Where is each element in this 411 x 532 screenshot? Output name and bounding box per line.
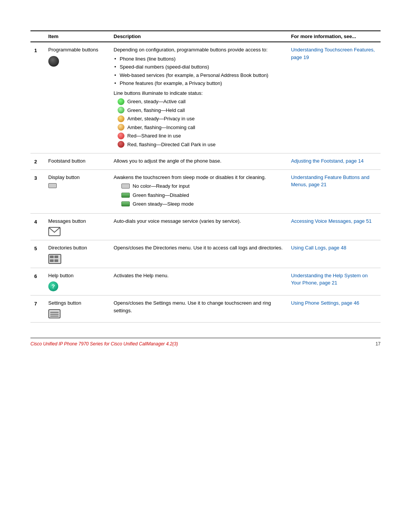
status-indicator-row: Amber, steady—Privacy in use [114, 115, 284, 123]
main-table: Item Description For more information, s… [30, 30, 381, 323]
table-row: 4Messages button Auto-dials your voice m… [30, 213, 381, 240]
col-header-empty [30, 31, 45, 42]
page-container: Item Description For more information, s… [30, 23, 381, 347]
status-dot-red [118, 133, 124, 139]
more-info-link[interactable]: Using Phone Settings, page 46 [291, 300, 359, 306]
svg-rect-3 [54, 256, 58, 258]
more-info-link[interactable]: Adjusting the Footstand, page 14 [291, 158, 364, 164]
display-status-label: Green flashing—Disabled [133, 192, 189, 199]
description-text: Awakens the touchscreen from sleep mode … [114, 174, 284, 181]
table-header-row: Item Description For more information, s… [30, 31, 381, 42]
table-row: 7Settings button Opens/closes the Settin… [30, 296, 381, 323]
col-header-more-info: For more information, see... [287, 31, 381, 42]
item-number: 5 [30, 240, 45, 268]
table-row: 1Programmable buttonsDepending on config… [30, 42, 381, 153]
status-dot-green-flashing [118, 107, 124, 113]
status-indicator-row: Amber, flashing—Incoming call [114, 124, 284, 131]
more-info-cell[interactable]: Understanding the Help System on Your Ph… [287, 268, 381, 296]
description-cell: Opens/closes the Settings menu. Use it t… [110, 296, 287, 323]
item-name-text: Footstand button [48, 157, 106, 165]
item-name-text: Messages button [48, 217, 106, 225]
description-bullets: Phone lines (line buttons)Speed-dial num… [114, 55, 284, 87]
more-info-link[interactable]: Using Call Logs, page 48 [291, 245, 346, 251]
description-cell: Opens/closes the Directories menu. Use i… [110, 240, 287, 268]
item-number: 7 [30, 296, 45, 323]
page-footer: Cisco Unified IP Phone 7970 Series for C… [30, 338, 381, 347]
svg-rect-5 [54, 259, 58, 262]
table-row: 5Directories button Opens/closes the Dir… [30, 240, 381, 268]
item-name-text: Display button [48, 174, 106, 181]
item-name-cell: Programmable buttons [45, 42, 110, 153]
settings-button-icon [48, 309, 61, 318]
status-label: Red—Shared line in use [127, 132, 181, 140]
display-status-icon [121, 193, 130, 198]
more-info-link[interactable]: Accessing Voice Messages, page 51 [291, 218, 372, 224]
item-name-cell: Directories button [45, 240, 110, 268]
status-label: Amber, flashing—Incoming call [127, 124, 195, 131]
status-dot-amber-steady [118, 115, 124, 122]
item-name-cell: Settings button [45, 296, 110, 323]
display-status-label: No color—Ready for input [133, 182, 190, 190]
more-info-cell[interactable]: Understanding Feature Buttons and Menus,… [287, 169, 381, 213]
description-text: Activates the Help menu. [114, 272, 284, 280]
description-text: Allows you to adjust the angle of the ph… [114, 157, 284, 165]
messages-button-icon [48, 227, 61, 236]
help-button-icon: ? [48, 281, 58, 291]
status-indicator-row: Green, flashing—Held call [114, 107, 284, 114]
item-name-cell: Display button [45, 169, 110, 213]
description-cell: Depending on configuration, programmable… [110, 42, 287, 153]
more-info-link[interactable]: Understanding Touchscreen Features, page… [291, 47, 375, 60]
display-status-icon [121, 184, 130, 189]
item-number: 1 [30, 42, 45, 153]
bullet-item: Speed-dial numbers (speed-dial buttons) [114, 63, 284, 71]
item-name-text: Settings button [48, 299, 106, 307]
bullet-item: Phone features (for example, a Privacy b… [114, 80, 284, 87]
more-info-cell[interactable]: Using Call Logs, page 48 [287, 240, 381, 268]
programmable-button-icon [48, 56, 59, 67]
status-indicator-row: Green, steady—Active call [114, 98, 284, 105]
description-text: Opens/closes the Directories menu. Use i… [114, 244, 284, 252]
status-label: Amber, steady—Privacy in use [127, 115, 195, 123]
status-indicator-row: Red, flashing—Directed Call Park in use [114, 141, 284, 149]
table-row: 2Footstand buttonAllows you to adjust th… [30, 153, 381, 170]
description-cell: Auto-dials your voice message service (v… [110, 213, 287, 240]
item-number: 3 [30, 169, 45, 213]
col-header-item: Item [45, 31, 110, 42]
item-number: 6 [30, 268, 45, 296]
more-info-link[interactable]: Understanding the Help System on Your Ph… [291, 273, 368, 286]
footer-left-text: Cisco Unified IP Phone 7970 Series for C… [30, 341, 178, 347]
description-text: Opens/closes the Settings menu. Use it t… [114, 299, 284, 314]
status-intro-text: Line buttons illuminate to indicate stat… [114, 89, 284, 97]
item-name-text: Programmable buttons [48, 46, 106, 54]
status-dot-amber-flashing [118, 124, 124, 131]
description-text: Auto-dials your voice message service (v… [114, 217, 284, 225]
more-info-cell[interactable]: Using Phone Settings, page 46 [287, 296, 381, 323]
status-dot-green-steady [118, 98, 124, 105]
item-name-text: Help button [48, 272, 106, 280]
svg-rect-4 [50, 259, 54, 262]
item-name-cell: Help button? [45, 268, 110, 296]
more-info-cell[interactable]: Understanding Touchscreen Features, page… [287, 42, 381, 153]
svg-rect-2 [50, 256, 54, 258]
description-cell: Awakens the touchscreen from sleep mode … [110, 169, 287, 213]
display-status-row: No color—Ready for input [114, 182, 284, 190]
more-info-cell[interactable]: Adjusting the Footstand, page 14 [287, 153, 381, 170]
bullet-item: Web-based services (for example, a Perso… [114, 72, 284, 79]
status-label: Green, flashing—Held call [127, 107, 185, 114]
status-label: Red, flashing—Directed Call Park in use [127, 141, 216, 149]
status-indicator-row: Red—Shared line in use [114, 132, 284, 140]
item-name-cell: Footstand button [45, 153, 110, 170]
more-info-link[interactable]: Understanding Feature Buttons and Menus,… [291, 174, 370, 188]
display-status-icon [121, 201, 130, 206]
table-row: 6Help button?Activates the Help menu.Und… [30, 268, 381, 296]
item-name-text: Directories button [48, 244, 106, 252]
more-info-cell[interactable]: Accessing Voice Messages, page 51 [287, 213, 381, 240]
status-label: Green, steady—Active call [127, 98, 186, 105]
directories-button-icon [48, 254, 61, 264]
status-dot-red-dark [118, 141, 124, 148]
table-row: 3Display buttonAwakens the touchscreen f… [30, 169, 381, 213]
bullet-item: Phone lines (line buttons) [114, 55, 284, 63]
item-number: 2 [30, 153, 45, 170]
description-intro: Depending on configuration, programmable… [114, 46, 284, 54]
col-header-description: Description [110, 31, 287, 42]
